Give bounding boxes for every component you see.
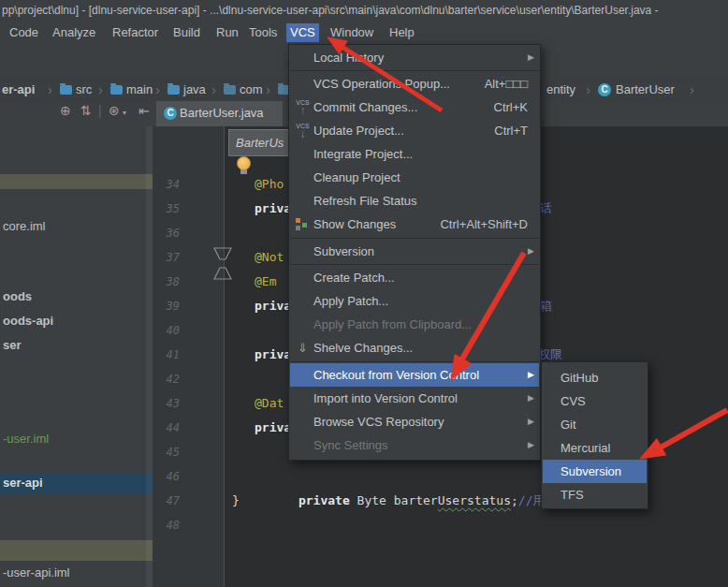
menu-item-vcs-operations-popup[interactable]: VCS Operations Popup... Alt+□□□ [290, 72, 539, 95]
line-number: 34 [155, 172, 180, 197]
menu-separator [290, 361, 539, 362]
tree-item-core-iml[interactable]: core.iml [0, 216, 153, 236]
submenu-item-git[interactable]: Git [543, 413, 647, 436]
submenu-arrow-icon: ▶ [528, 410, 534, 433]
line-number: 42 [155, 367, 180, 391]
menu-item-show-changes[interactable]: Show Changes Ctrl+Alt+Shift+D [290, 213, 539, 236]
tree-scrollbar[interactable] [146, 126, 153, 587]
submenu-item-tfs[interactable]: TFS [543, 483, 647, 506]
line-number: 44 [155, 416, 180, 440]
submenu-item-github[interactable]: GitHub [543, 366, 647, 389]
gear-icon[interactable]: ⊛ [109, 103, 120, 118]
line-number: 40 [155, 318, 180, 343]
class-icon: C [164, 107, 177, 120]
line-number: 48 [155, 513, 180, 537]
line-number: 36 [155, 221, 180, 245]
code-line-43: @Dat [255, 391, 284, 416]
line-number: 37 [155, 245, 180, 270]
line-number: 45 [155, 440, 180, 464]
menu-code[interactable]: Code [6, 23, 42, 42]
menu-item-subversion[interactable]: Subversion ▶ [290, 240, 539, 263]
menu-tools[interactable]: Tools [245, 23, 281, 42]
menu-separator [290, 264, 539, 265]
breadcrumb-src[interactable]: src [76, 82, 92, 97]
chevron-down-icon[interactable]: ▾ [123, 109, 126, 117]
menu-bar: Code Analyze Refactor Build Run Tools VC… [0, 21, 728, 45]
chevron-right-icon: › [48, 81, 52, 97]
vcs-menu-popup: Local History ▶ VCS Operations Popup... … [288, 44, 541, 461]
folder-icon [167, 85, 180, 95]
title-bar: pp\project\dlnu] - [dlnu-service-user-ap… [0, 0, 728, 22]
locate-icon[interactable]: ⊕ [60, 103, 71, 118]
menu-item-checkout-from-version-control[interactable]: Checkout from Version Control ▶ [290, 363, 539, 387]
code-line-41: priva [255, 343, 291, 367]
line-number: 38 [155, 270, 180, 294]
line-number: 43 [155, 391, 180, 416]
breadcrumb-main[interactable]: main [126, 82, 153, 97]
menu-item-apply-patch[interactable]: Apply Patch... [290, 289, 539, 313]
class-icon: C [598, 83, 611, 96]
shelve-icon: ⇓ [294, 338, 312, 358]
menu-item-refresh-file-status[interactable]: Refresh File Status [290, 189, 539, 213]
tab-label: BarterUser.java [180, 106, 264, 120]
chevron-right-icon: › [211, 81, 216, 97]
menu-item-sync-settings: Sync Settings ▶ [290, 433, 539, 457]
menu-item-browse-vcs-repository[interactable]: Browse VCS Repository ▶ [290, 410, 539, 433]
menu-item-update-project[interactable]: VCS↓ Update Project... Ctrl+T [290, 119, 539, 142]
submenu-arrow-icon: ▶ [528, 240, 534, 263]
tree-item-user-api-iml[interactable]: -user-api.iml [0, 563, 153, 582]
tree-item-user-iml[interactable]: -user.iml [0, 429, 153, 448]
menu-window[interactable]: Window [327, 23, 377, 42]
tree-item-user-api[interactable]: ser-api [0, 473, 153, 493]
menu-build[interactable]: Build [169, 23, 204, 42]
tree-item-goods[interactable]: oods [0, 286, 153, 306]
menu-separator [290, 70, 539, 71]
tree-item-goods-api[interactable]: oods-api [0, 311, 153, 330]
breadcrumb-entity[interactable]: entity [546, 82, 575, 97]
tree-row-highlight[interactable] [0, 174, 153, 189]
breadcrumb-java[interactable]: java [183, 82, 206, 97]
breadcrumb-com[interactable]: com [240, 82, 263, 97]
submenu-arrow-icon: ▶ [528, 46, 534, 69]
vcs-commit-icon: VCS↑ [294, 97, 312, 117]
menu-item-create-patch[interactable]: Create Patch... [290, 266, 539, 289]
line-number: 41 [155, 343, 180, 367]
chevron-right-icon: › [690, 81, 694, 97]
code-line-35-end: 话 [540, 197, 552, 221]
folder-icon [110, 85, 123, 95]
submenu-arrow-icon: ▶ [528, 433, 534, 457]
menu-item-import-into-version-control[interactable]: Import into Version Control ▶ [290, 387, 539, 410]
breadcrumb-class[interactable]: BarterUser [616, 82, 675, 97]
submenu-item-mercurial[interactable]: Mercurial [543, 436, 647, 460]
chevron-right-icon: › [155, 81, 160, 97]
scroll-from-source-icon[interactable]: ⇅ [80, 103, 92, 118]
menu-vcs[interactable]: VCS [286, 23, 319, 42]
submenu-item-subversion[interactable]: Subversion [543, 460, 647, 483]
menu-item-cleanup-project[interactable]: Cleanup Project [290, 166, 539, 189]
menu-help[interactable]: Help [386, 23, 418, 42]
tree-row-highlight[interactable] [0, 540, 153, 561]
submenu-arrow-icon: ▶ [528, 363, 534, 387]
tab-drag-tooltip: BarterUs [228, 129, 298, 156]
chevron-right-icon: › [586, 81, 590, 97]
breadcrumb-module[interactable]: er-api [2, 82, 35, 97]
code-line-35: priva [255, 197, 291, 221]
code-line-44: priva [255, 416, 291, 440]
menu-run[interactable]: Run [212, 23, 242, 42]
code-line-39: priva [255, 294, 291, 318]
code-line-34: @Pho [255, 172, 284, 197]
menu-refactor[interactable]: Refactor [109, 23, 162, 42]
menu-item-shelve-changes[interactable]: ⇓ Shelve Changes... [290, 336, 539, 360]
menu-analyze[interactable]: Analyze [49, 23, 99, 42]
menu-item-local-history[interactable]: Local History ▶ [290, 46, 539, 69]
collapse-all-icon[interactable]: ⇤ [138, 103, 150, 118]
submenu-item-cvs[interactable]: CVS [543, 389, 647, 413]
chevron-right-icon: › [266, 81, 270, 97]
tab-barteruser-java[interactable]: C BarterUser.java [156, 101, 283, 126]
show-changes-icon [294, 214, 312, 234]
tree-item-user[interactable]: ser [0, 335, 153, 355]
keyword-private: private [298, 493, 350, 507]
menu-item-integrate-project[interactable]: Integrate Project... [290, 142, 539, 166]
menu-item-commit-changes[interactable]: VCS↑ Commit Changes... Ctrl+K [290, 95, 539, 119]
intention-bulb-icon[interactable] [237, 156, 251, 170]
